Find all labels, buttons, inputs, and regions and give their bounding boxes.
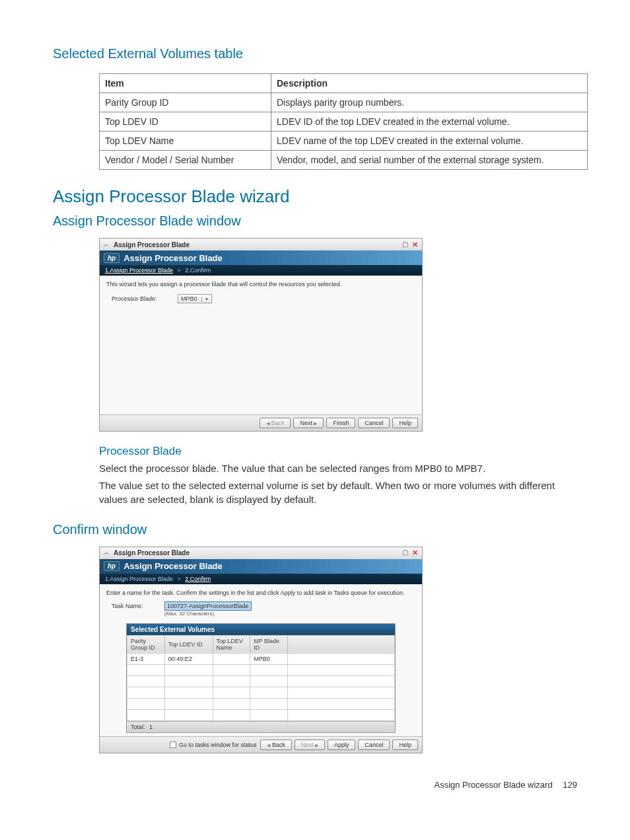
sev-col-mp-blade-id: MP Blade ID: [250, 635, 288, 653]
table-row: Top LDEV NameLDEV name of the top LDEV c…: [100, 132, 588, 151]
collapse-icon[interactable]: ︽: [104, 550, 110, 556]
chevron-down-icon: ▼: [201, 297, 209, 301]
wizard-header-text: Assign Processor Blade: [123, 253, 223, 263]
wizard-header: hp Assign Processor Blade: [100, 250, 422, 265]
wizard-footer: Go to tasks window for status ◀ Back Nex…: [100, 736, 422, 753]
processor-blade-dropdown[interactable]: MPB0 ▼: [178, 294, 212, 303]
table-header-description: Description: [271, 74, 588, 93]
go-to-tasks-checkbox-row[interactable]: Go to tasks window for status: [170, 742, 257, 748]
sub-heading-assign-processor-blade-window: Assign Processor Blade window: [53, 213, 577, 229]
back-button[interactable]: ◀ Back: [260, 418, 291, 428]
wizard-breadcrumb: 1.Assign Processor Blade > 2.Confirm: [100, 574, 422, 584]
table-row: Parity Group IDDisplays parity group num…: [100, 93, 588, 112]
sub-heading-confirm-window: Confirm window: [53, 522, 577, 537]
breadcrumb-separator: >: [178, 267, 181, 274]
help-button[interactable]: Help: [392, 740, 418, 750]
maximize-icon[interactable]: ▢: [402, 241, 408, 249]
sev-col-parity-group: Parity Group ID: [127, 635, 165, 653]
sev-col-top-ldev-name: Top LDEV Name: [213, 635, 250, 653]
main-heading-assign-processor-blade-wizard: Assign Processor Blade wizard: [53, 186, 577, 207]
finish-button[interactable]: Finish: [326, 418, 355, 428]
sev-row-empty: .: [127, 687, 395, 698]
table-row: Vendor / Model / Serial NumberVendor, mo…: [100, 151, 588, 170]
breadcrumb-step2: 2.Confirm: [185, 576, 211, 582]
wizard-assign-processor-blade-step1: ︽ Assign Processor Blade ▢ ✕ hp Assign P…: [99, 238, 423, 432]
table-header-item: Item: [100, 74, 271, 93]
cancel-button[interactable]: Cancel: [358, 418, 390, 428]
sev-panel-header: Selected External Volumes: [127, 624, 395, 635]
next-button[interactable]: Next ▶: [295, 740, 325, 750]
next-button[interactable]: Next ▶: [293, 418, 324, 428]
hp-logo-icon: hp: [104, 561, 120, 571]
wizard-titlebar: ︽ Assign Processor Blade ▢ ✕: [100, 547, 422, 559]
sev-total-row: Total: 1: [127, 721, 395, 732]
breadcrumb-step2: 2.Confirm: [185, 267, 211, 274]
sev-row-empty: .: [127, 698, 395, 709]
wizard-instruction: This wizard lets you assign a processor …: [106, 281, 415, 287]
breadcrumb-separator: >: [178, 576, 181, 582]
section-heading-selected-external-volumes: Selected External Volumes table: [53, 46, 577, 61]
apply-button[interactable]: Apply: [328, 740, 356, 750]
wizard-breadcrumb: 1.Assign Processor Blade > 2.Confirm: [100, 265, 422, 276]
sev-row[interactable]: E1-3 00:49:E2 MPB0: [127, 653, 395, 664]
body-text-para1: Select the processor blade. The value th…: [99, 462, 577, 475]
collapse-icon[interactable]: ︽: [104, 241, 110, 247]
wizard-titlebar: ︽ Assign Processor Blade ▢ ✕: [100, 239, 422, 250]
selected-external-volumes-table: Item Description Parity Group IDDisplays…: [99, 73, 588, 170]
sev-col-top-ldev-id: Top LDEV ID: [164, 635, 213, 653]
task-name-label: Task Name:: [112, 603, 164, 609]
field-heading-processor-blade: Processor Blade: [99, 445, 577, 458]
go-to-tasks-checkbox[interactable]: [170, 742, 176, 748]
wizard-body: Enter a name for the task. Confirm the s…: [100, 584, 422, 736]
wizard-title-text: Assign Processor Blade: [114, 549, 402, 556]
selected-external-volumes-panel: Selected External Volumes Parity Group I…: [126, 623, 396, 733]
breadcrumb-step1[interactable]: 1.Assign Processor Blade: [105, 576, 173, 582]
wizard-footer: ◀ Back Next ▶ Finish Cancel Help: [100, 414, 422, 431]
sev-table: Parity Group ID Top LDEV ID Top LDEV Nam…: [127, 635, 395, 721]
task-name-hint: (Max. 32 Characters): [164, 611, 252, 617]
sev-row-empty: .: [127, 709, 395, 720]
breadcrumb-step1[interactable]: 1.Assign Processor Blade: [105, 267, 173, 274]
back-button[interactable]: ◀ Back: [260, 740, 292, 750]
sev-row-empty: .: [127, 664, 395, 675]
wizard-header: hp Assign Processor Blade: [100, 559, 422, 574]
page-footer: Assign Processor Blade wizard 129: [53, 780, 577, 790]
dropdown-value: MPB0: [181, 295, 197, 302]
go-to-tasks-label: Go to tasks window for status: [179, 742, 257, 748]
close-icon[interactable]: ✕: [412, 241, 418, 249]
wizard-title-text: Assign Processor Blade: [114, 241, 402, 248]
wizard-body: This wizard lets you assign a processor …: [100, 276, 422, 414]
cancel-button[interactable]: Cancel: [358, 740, 390, 750]
hp-logo-icon: hp: [104, 253, 120, 263]
close-icon[interactable]: ✕: [412, 549, 418, 557]
page-number: 129: [563, 780, 577, 790]
help-button[interactable]: Help: [392, 418, 418, 428]
wizard-instruction: Enter a name for the task. Confirm the s…: [106, 590, 415, 596]
processor-blade-label: Processor Blade:: [112, 295, 178, 302]
task-name-input[interactable]: 100727-AssignProcessorBlade: [164, 601, 252, 611]
footer-text: Assign Processor Blade wizard: [434, 780, 552, 790]
sev-row-empty: .: [127, 675, 395, 687]
sev-col-spacer: [287, 635, 394, 653]
table-row: Top LDEV IDLDEV ID of the top LDEV creat…: [100, 112, 588, 132]
maximize-icon[interactable]: ▢: [402, 549, 408, 557]
wizard-header-text: Assign Processor Blade: [123, 561, 223, 571]
body-text-para2: The value set to the selected external v…: [99, 479, 577, 506]
wizard-assign-processor-blade-confirm: ︽ Assign Processor Blade ▢ ✕ hp Assign P…: [99, 547, 423, 753]
